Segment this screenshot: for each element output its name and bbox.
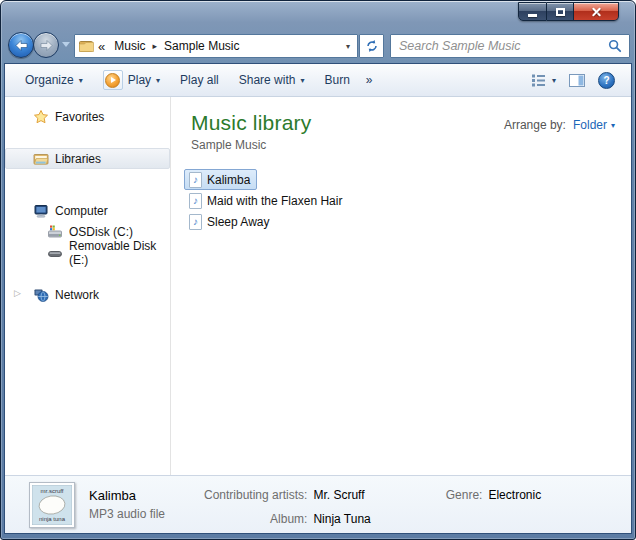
recent-pages-dropdown[interactable] — [62, 42, 70, 47]
sidebar-item-label: Computer — [55, 204, 108, 218]
back-button[interactable] — [8, 32, 34, 58]
preview-pane-button[interactable] — [567, 70, 587, 91]
sidebar-item-removable-disk-e[interactable]: Removable Disk (E:) — [5, 242, 170, 263]
file-item-kalimba[interactable]: ♪ Kalimba — [184, 169, 257, 190]
removable-disk-icon — [47, 245, 63, 261]
address-dropdown-arrow[interactable]: ▾ — [339, 35, 357, 57]
address-bar[interactable]: « Music ▸ Sample Music ▾ — [74, 34, 358, 58]
navigation-pane: Favorites Libraries — [5, 97, 171, 475]
organize-label: Organize — [25, 73, 74, 87]
play-icon — [103, 70, 123, 90]
toolbar-overflow-chevron[interactable]: » — [360, 69, 379, 91]
command-toolbar: Organize ▾ Play ▾ Play all Share with ▾ … — [5, 64, 631, 97]
chevron-down-icon: ▾ — [300, 76, 304, 85]
arrange-by-label: Arrange by: — [504, 118, 566, 132]
sidebar-item-libraries[interactable]: Libraries — [5, 148, 170, 169]
libraries-folder-icon — [33, 151, 49, 167]
help-button[interactable]: ? — [596, 68, 617, 93]
arrange-by-control: Arrange by: Folder ▾ — [504, 118, 615, 132]
details-file-title: Kalimba — [89, 486, 204, 505]
burn-button[interactable]: Burn — [314, 69, 359, 91]
search-icon — [604, 39, 629, 53]
breadcrumb-overflow-chevron[interactable]: « — [94, 39, 109, 54]
star-icon — [33, 109, 49, 125]
details-file-type: MP3 audio file — [89, 505, 204, 524]
file-item-maid-with-the-flaxen-hair[interactable]: ♪ Maid with the Flaxen Hair — [184, 190, 349, 211]
sidebar-item-label: Libraries — [55, 152, 101, 166]
chevron-down-icon: ▾ — [611, 121, 615, 130]
burn-label: Burn — [324, 73, 349, 87]
sidebar-item-label: Removable Disk (E:) — [69, 239, 169, 267]
chevron-down-icon: ▾ — [79, 76, 83, 85]
field-value: Ninja Tuna — [313, 510, 370, 534]
computer-icon — [33, 203, 49, 219]
album-art-thumbnail: mr.scruff ninja tuna — [29, 482, 75, 528]
organize-button[interactable]: Organize ▾ — [15, 69, 93, 91]
forward-arrow-icon — [40, 40, 53, 51]
breadcrumb-item-sample-music[interactable]: Sample Music — [159, 39, 244, 53]
help-icon: ? — [598, 72, 615, 89]
file-list-pane: Music library Sample Music Arrange by: F… — [171, 97, 631, 475]
minimize-icon — [528, 14, 537, 17]
close-button[interactable] — [574, 2, 619, 21]
play-all-button[interactable]: Play all — [170, 69, 229, 91]
sidebar-item-label: Favorites — [55, 110, 104, 124]
field-label: Contributing artists: — [204, 486, 307, 510]
maximize-icon — [556, 8, 565, 16]
play-label: Play — [128, 73, 151, 87]
sidebar-item-favorites[interactable]: Favorites — [5, 106, 170, 127]
network-icon — [33, 287, 49, 303]
sidebar-item-computer[interactable]: Computer — [5, 200, 170, 221]
field-label: Album: — [204, 510, 307, 534]
client-area: Organize ▾ Play ▾ Play all Share with ▾ … — [4, 63, 632, 534]
breadcrumb-item-music[interactable]: Music — [109, 39, 150, 53]
sidebar-item-label: OSDisk (C:) — [69, 225, 133, 239]
close-icon — [591, 6, 602, 17]
chevron-down-icon: ▾ — [552, 76, 556, 85]
file-item-sleep-away[interactable]: ♪ Sleep Away — [184, 211, 277, 232]
caption-buttons — [518, 2, 619, 21]
file-name: Kalimba — [207, 173, 250, 187]
forward-button[interactable] — [33, 32, 59, 58]
svg-text:mr.scruff: mr.scruff — [41, 488, 64, 494]
content-area: Favorites Libraries — [5, 97, 631, 475]
library-subtitle: Sample Music — [191, 138, 631, 152]
share-with-button[interactable]: Share with ▾ — [229, 69, 315, 91]
details-pane: mr.scruff ninja tuna Kalimba MP3 audio f… — [5, 475, 631, 533]
file-name: Sleep Away — [207, 215, 270, 229]
sidebar-item-network[interactable]: ▷ Network — [5, 284, 170, 305]
play-button[interactable]: Play ▾ — [93, 66, 170, 94]
folder-icon — [79, 40, 94, 52]
expander-icon[interactable]: ▷ — [14, 288, 21, 298]
details-file-summary: Kalimba MP3 audio file — [89, 476, 204, 533]
search-input[interactable] — [391, 39, 604, 53]
details-genre: Genre: Electronic — [446, 476, 541, 533]
maximize-button[interactable] — [547, 2, 574, 21]
search-box — [390, 34, 630, 58]
audio-file-icon: ♪ — [189, 214, 202, 230]
svg-text:ninja tuna: ninja tuna — [39, 516, 66, 522]
minimize-button[interactable] — [518, 2, 547, 21]
field-label: Genre: — [446, 486, 483, 505]
refresh-button[interactable] — [359, 34, 384, 58]
arrange-by-value[interactable]: Folder ▾ — [573, 118, 615, 132]
field-value: Mr. Scruff — [313, 486, 370, 510]
refresh-icon — [365, 39, 379, 53]
views-icon — [531, 74, 546, 87]
hard-disk-icon — [47, 224, 63, 240]
share-with-label: Share with — [239, 73, 296, 87]
toolbar-right-icons: ▾ ? — [529, 68, 621, 93]
chevron-down-icon: ▾ — [156, 76, 160, 85]
back-arrow-icon — [15, 40, 28, 51]
preview-pane-icon — [569, 74, 585, 87]
audio-file-icon: ♪ — [189, 172, 202, 188]
field-value: Electronic — [488, 486, 541, 505]
explorer-window: « Music ▸ Sample Music ▾ Organize ▾ — [0, 0, 636, 540]
change-view-button[interactable]: ▾ — [529, 70, 558, 91]
details-metadata: Contributing artists: Mr. Scruff Album: … — [204, 476, 371, 533]
audio-file-icon: ♪ — [189, 193, 202, 209]
file-name: Maid with the Flaxen Hair — [207, 194, 342, 208]
play-all-label: Play all — [180, 73, 219, 87]
breadcrumb-separator-icon[interactable]: ▸ — [151, 41, 160, 51]
file-list: ♪ Kalimba ♪ Maid with the Flaxen Hair ♪ … — [184, 169, 631, 232]
